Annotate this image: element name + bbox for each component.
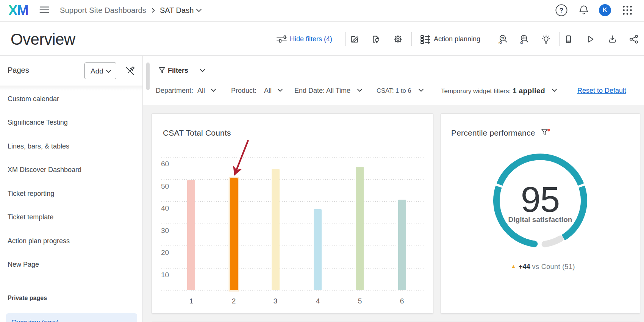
svg-text:?: ? bbox=[560, 7, 563, 14]
svg-text:iQ: iQ bbox=[499, 41, 502, 44]
svg-text:iQ: iQ bbox=[520, 41, 523, 44]
svg-text:Tt: Tt bbox=[501, 36, 505, 40]
